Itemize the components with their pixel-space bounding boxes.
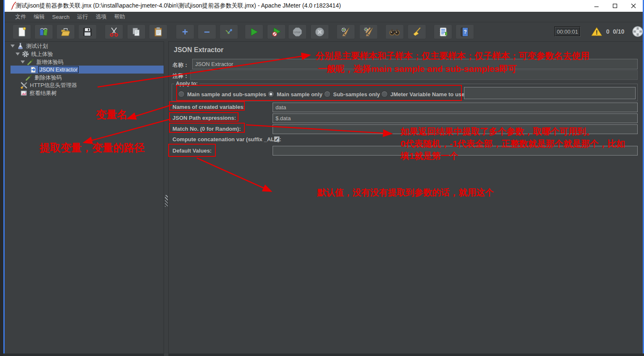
svg-text:STOP: STOP bbox=[294, 31, 301, 33]
binoculars-icon bbox=[389, 27, 400, 37]
close-button[interactable] bbox=[624, 0, 643, 12]
maximize-button[interactable] bbox=[606, 0, 624, 12]
add-button[interactable]: + bbox=[176, 24, 194, 39]
start-no-pauses-button[interactable] bbox=[267, 24, 286, 39]
paste-button[interactable] bbox=[149, 24, 167, 39]
templates-button[interactable] bbox=[34, 24, 53, 39]
annotation-box-default-label bbox=[168, 144, 216, 157]
clear-button[interactable] bbox=[337, 24, 355, 39]
menu-file[interactable]: 文件 bbox=[11, 12, 30, 22]
clear-all-icon bbox=[363, 27, 374, 37]
annotation-box-matchno-label bbox=[169, 123, 245, 133]
menu-search[interactable]: Search bbox=[48, 13, 73, 21]
toolbar: + − STOP bbox=[5, 22, 643, 42]
tree-item-view-results-tree[interactable]: 察看结果树 bbox=[20, 89, 57, 97]
help-button[interactable]: ? bbox=[456, 24, 474, 39]
thread-count: 0/10 bbox=[613, 28, 624, 35]
function-helper-button[interactable] bbox=[434, 24, 452, 39]
warning-indicator-icon[interactable]: ! bbox=[591, 26, 602, 38]
clear-gear-broom-icon bbox=[341, 27, 351, 37]
toggle-button[interactable] bbox=[220, 24, 238, 39]
toggle-arrows-icon bbox=[224, 27, 234, 37]
annotation-extract-path: 提取变量，变量的路径 bbox=[40, 141, 145, 155]
open-file-button[interactable] bbox=[56, 24, 75, 39]
json-extractor-icon bbox=[30, 66, 37, 73]
divider-handle[interactable] bbox=[165, 195, 168, 207]
expand-collapse-icon[interactable] bbox=[21, 61, 25, 63]
tree-item-header-manager[interactable]: HTTP信息头管理器 bbox=[20, 81, 77, 89]
search-button[interactable] bbox=[385, 24, 404, 39]
http-sampler-icon bbox=[25, 74, 32, 81]
name-label: 名称： bbox=[172, 61, 189, 69]
annotation-box-apply-to bbox=[176, 85, 462, 101]
templates-icon bbox=[39, 27, 49, 37]
annotation-match-note-3: 填1就是第一个 bbox=[400, 150, 458, 162]
json-path-expressions-input[interactable] bbox=[273, 113, 638, 123]
search-reset-button[interactable] bbox=[408, 24, 426, 39]
tree-item-json-extractor[interactable]: JSON Extractor bbox=[11, 66, 168, 74]
compute-concat-checkbox[interactable]: ✓ bbox=[274, 136, 280, 142]
menu-run[interactable]: 运行 bbox=[73, 12, 92, 22]
error-count: 0 bbox=[606, 28, 610, 35]
minus-icon: − bbox=[204, 27, 210, 37]
thread-group-icon bbox=[22, 50, 29, 58]
cut-button[interactable] bbox=[105, 24, 123, 39]
function-helper-icon bbox=[438, 27, 448, 37]
copy-button[interactable] bbox=[127, 24, 146, 39]
tree-item-test-plan[interactable]: 测试计划 bbox=[11, 42, 48, 50]
save-icon bbox=[83, 27, 92, 37]
copy-icon bbox=[131, 27, 141, 37]
plus-icon: + bbox=[182, 27, 188, 37]
test-plan-icon bbox=[17, 42, 24, 50]
names-of-variables-input[interactable] bbox=[273, 103, 638, 112]
new-file-button[interactable] bbox=[13, 24, 31, 39]
tree-item-http-request-add[interactable]: 新增体验码 bbox=[21, 58, 64, 66]
minimize-button[interactable] bbox=[587, 0, 606, 12]
menu-bar: 文件 编辑 Search 运行 选项 帮助 bbox=[5, 12, 643, 22]
help-icon: ? bbox=[460, 27, 469, 37]
open-folder-icon bbox=[61, 27, 71, 37]
annotation-box-names-label bbox=[169, 101, 245, 111]
test-plan-tree: 测试计划 线上体验 新增体验码 JSON Extractor bbox=[5, 41, 164, 356]
start-icon bbox=[249, 27, 259, 37]
paste-icon bbox=[154, 27, 163, 37]
tree-item-http-request-delete[interactable]: 删除体验码 bbox=[25, 74, 62, 82]
stop-icon: STOP bbox=[292, 27, 302, 37]
annotation-match-note-1: 如果返回结果中提取了多个参数，取哪个可用到。 bbox=[400, 126, 595, 137]
annotation-default-note: 默认值，没有没有提取到参数的话，就用这个 bbox=[317, 187, 494, 198]
annotation-apply-note-1: 分别是主要样本和子样本；仅主要样本；仅子样本；可变参数名去使用 bbox=[315, 50, 589, 62]
window-title: 测试jison提前器参数关联.jmx (D:\install\apache-jm… bbox=[16, 2, 341, 10]
annotation-box-jsonpath-label bbox=[169, 112, 239, 121]
cut-icon bbox=[109, 27, 119, 37]
start-no-pauses-icon bbox=[272, 27, 281, 37]
comment-label: 注释： bbox=[172, 72, 189, 80]
clean-broom-icon bbox=[412, 27, 422, 37]
annotation-match-note-2: 0代表随机，-1代表全部，正整数就是那个就是那个，比如 bbox=[400, 138, 625, 150]
test-timer: 00:00:01 bbox=[554, 26, 580, 37]
threads-indicator-icon bbox=[632, 26, 644, 39]
header-manager-icon bbox=[20, 82, 28, 89]
start-button[interactable] bbox=[245, 24, 263, 39]
page-title: JSON Extractor bbox=[174, 46, 223, 54]
menu-edit[interactable]: 编辑 bbox=[30, 12, 48, 22]
jmeter-window: 测试jison提前器参数关联.jmx (D:\install\apache-jm… bbox=[0, 0, 644, 356]
jmeter-variable-name-input[interactable] bbox=[464, 87, 636, 99]
annotation-apply-note-2: 一般呢，选择main sample and sub-samples即可 bbox=[318, 63, 517, 75]
annotation-variable-name: 变量名 bbox=[96, 108, 127, 121]
menu-options[interactable]: 选项 bbox=[92, 12, 110, 22]
jmeter-feather-icon bbox=[10, 1, 18, 12]
svg-text:?: ? bbox=[464, 29, 466, 35]
expand-collapse-icon[interactable] bbox=[16, 53, 20, 55]
menu-help[interactable]: 帮助 bbox=[110, 12, 129, 22]
background-window-sliver bbox=[0, 0, 3, 356]
remove-button[interactable]: − bbox=[198, 24, 216, 39]
stop-button[interactable]: STOP bbox=[288, 24, 307, 39]
compute-concat-label: Compute concatenation var (suffix _ALL): bbox=[172, 136, 281, 142]
shutdown-button[interactable] bbox=[310, 24, 329, 39]
shutdown-icon bbox=[315, 27, 325, 37]
title-bar: 测试jison提前器参数关联.jmx (D:\install\apache-jm… bbox=[5, 0, 643, 12]
tree-item-thread-group[interactable]: 线上体验 bbox=[16, 50, 53, 58]
clear-all-button[interactable] bbox=[359, 24, 378, 39]
expand-collapse-icon[interactable] bbox=[11, 45, 15, 47]
save-button[interactable] bbox=[78, 24, 97, 39]
